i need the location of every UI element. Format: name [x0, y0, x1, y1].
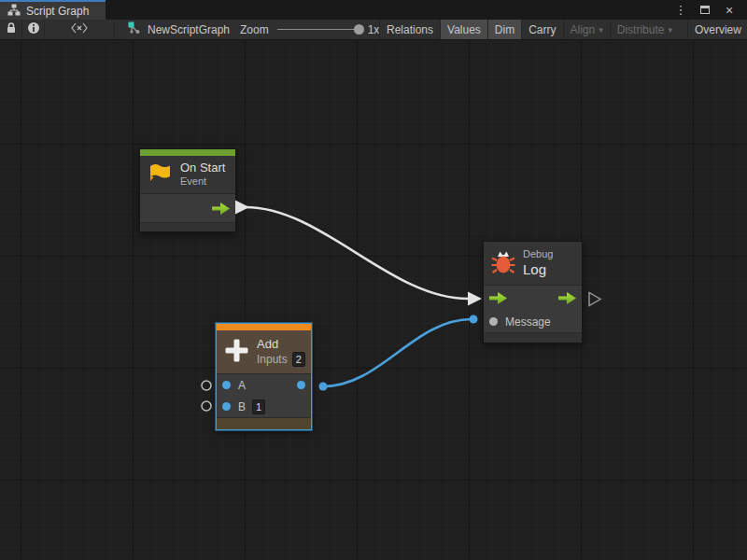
- port-a-label: A: [238, 379, 246, 392]
- node-footer: [140, 222, 235, 231]
- code-angle-x-icon: [71, 22, 88, 36]
- toggle-dim[interactable]: Dim: [487, 20, 521, 39]
- node-title: Add: [257, 337, 305, 353]
- window-menu-icon[interactable]: ⋮: [670, 0, 691, 20]
- dropdown-align[interactable]: Align▾: [563, 20, 610, 39]
- node-on-start-event[interactable]: On Start Event: [139, 148, 236, 232]
- node-color-bar-green: [140, 149, 235, 156]
- window-maximize-icon[interactable]: [695, 0, 715, 20]
- info-button[interactable]: [22, 20, 45, 39]
- window-close-icon[interactable]: ×: [719, 0, 740, 20]
- tab-title: Script Graph: [26, 5, 89, 18]
- graph-asset-button[interactable]: NewScriptGraph: [115, 20, 241, 39]
- tab-bar: Script Graph ⋮ ×: [0, 0, 747, 20]
- lock-button[interactable]: [0, 20, 22, 39]
- inputs-count-field[interactable]: 2: [292, 352, 305, 367]
- node-title: Log: [523, 261, 553, 279]
- code-view-button[interactable]: [45, 20, 115, 39]
- port-row-a: A: [217, 374, 311, 396]
- port-b-label: B: [238, 400, 246, 413]
- port-b-value-field[interactable]: 1: [252, 399, 265, 414]
- flag-icon: [148, 161, 173, 189]
- flow-input-port[interactable]: [489, 292, 507, 304]
- message-port-icon: [489, 317, 498, 326]
- zoom-slider[interactable]: [277, 29, 359, 30]
- toggle-relations[interactable]: Relations: [379, 20, 440, 39]
- zoom-slider-knob[interactable]: [354, 24, 364, 35]
- graph-asset-name: NewScriptGraph: [148, 23, 230, 36]
- node-surtitle: Debug: [523, 248, 553, 261]
- hierarchy-icon: [7, 4, 21, 19]
- plus-icon: [224, 338, 249, 366]
- port-row-b: B 1: [217, 396, 311, 417]
- node-footer: [484, 332, 582, 343]
- value-input-a-port[interactable]: [222, 381, 231, 389]
- flow-arrow-icon: [212, 203, 230, 215]
- node-title: On Start: [180, 161, 225, 175]
- toggle-carry[interactable]: Carry: [521, 20, 562, 39]
- value-input-message[interactable]: Message: [484, 311, 582, 332]
- port-label: Message: [505, 315, 551, 329]
- node-subtitle: Event: [180, 175, 225, 189]
- info-icon: [27, 21, 40, 37]
- zoom-label: Zoom: [240, 23, 269, 36]
- node-footer: [217, 417, 311, 429]
- tab-script-graph[interactable]: Script Graph: [0, 0, 106, 20]
- button-overview[interactable]: Overview: [687, 20, 747, 39]
- flow-output-port[interactable]: [140, 194, 235, 222]
- toggle-values[interactable]: Values: [440, 20, 487, 39]
- graph-toolbar: NewScriptGraph Zoom 1x Relations Values …: [0, 20, 747, 40]
- flow-output-port[interactable]: [558, 292, 576, 304]
- zoom-value: 1x: [368, 23, 380, 36]
- bug-icon: [491, 249, 515, 278]
- inputs-label: Inputs: [257, 353, 288, 368]
- value-output-sum-port[interactable]: [297, 381, 305, 389]
- node-color-bar-orange: [217, 324, 311, 330]
- script-graph-window: Script Graph ⋮ ×: [0, 0, 747, 560]
- graph-canvas[interactable]: [0, 40, 747, 560]
- dropdown-distribute[interactable]: Distribute▾: [610, 20, 679, 39]
- value-input-b-port[interactable]: [222, 402, 231, 411]
- node-add[interactable]: Add Inputs 2 A B 1: [216, 323, 312, 430]
- toolbar-toggle-group: Relations Values Dim Carry Align▾ Distri…: [379, 20, 747, 39]
- node-debug-log[interactable]: Debug Log Message: [483, 241, 583, 343]
- lock-icon: [5, 21, 18, 37]
- graph-asset-icon: [128, 21, 141, 37]
